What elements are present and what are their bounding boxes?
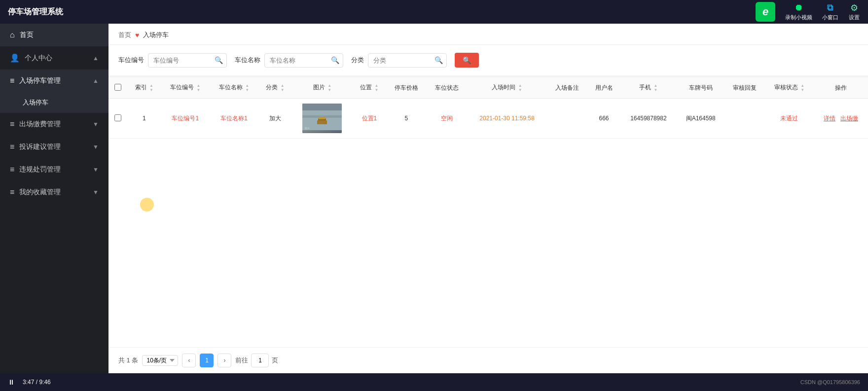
window-label: 小窗口 (822, 14, 838, 21)
settings-tool[interactable]: ⚙ 设置 (848, 3, 860, 21)
col-reply: 审核回复 (724, 77, 765, 99)
sidebar-checkout-label: 出场缴费管理 (19, 120, 61, 129)
sort-phone-icon[interactable]: ▲▼ (654, 83, 658, 92)
favorites-icon: ≡ (10, 188, 14, 197)
search-name-label: 车位名称 (235, 56, 260, 65)
top-bar: 停车场管理系统 e ⏺ 录制小视频 ⧉ 小窗口 ⚙ 设置 (0, 0, 868, 24)
main-layout: ⌂ 首页 👤 个人中心 ▲ ≡ 入场停车管理 ▲ 入场停车 ≡ 出场缴费管理 ▼… (0, 24, 868, 373)
sort-category-icon[interactable]: ▲▼ (281, 83, 285, 92)
col-category: 分类 ▲▼ (258, 77, 292, 99)
search-code-wrap: 🔍 (148, 53, 227, 68)
row-checkbox (108, 99, 127, 139)
sort-index-icon[interactable]: ▲▼ (149, 83, 153, 92)
row-status: 空闲 (427, 99, 467, 139)
sort-name-icon[interactable]: ▲▼ (245, 83, 249, 92)
search-category-wrap: 🔍 (368, 53, 447, 68)
settings-icon: ⚙ (848, 3, 860, 13)
sidebar-sub-parking-in[interactable]: 入场停车 (0, 92, 108, 113)
sidebar-item-parking-in[interactable]: ≡ 入场停车管理 ▲ (0, 70, 108, 92)
row-remarks (547, 99, 587, 139)
checkout-action[interactable]: 出场缴 (840, 115, 858, 122)
search-field-name: 车位名称 🔍 (235, 53, 343, 68)
col-index: 索引 ▲▼ (127, 77, 161, 99)
svg-rect-5 (319, 117, 326, 119)
sidebar-item-feedback[interactable]: ≡ 投诉建议管理 ▼ (0, 136, 108, 158)
col-entry-time: 入场时间 ▲▼ (467, 77, 547, 99)
breadcrumb: 首页 ♥ 入场停车 (108, 24, 868, 45)
breadcrumb-home[interactable]: 首页 (118, 31, 131, 39)
col-location: 位置 ▲▼ (353, 77, 386, 99)
row-actions: 详情 出场缴 (814, 99, 868, 139)
sort-code-icon[interactable]: ▲▼ (197, 83, 201, 92)
sort-location-icon[interactable]: ▲▼ (375, 83, 379, 92)
next-page-button[interactable]: › (217, 354, 231, 367)
row-image: 图片 (292, 99, 353, 139)
row-code: 车位编号1 (161, 99, 210, 139)
record-label: 录制小视频 (785, 14, 812, 21)
search-bar: 车位编号 🔍 车位名称 🔍 分类 🔍 � (108, 45, 868, 75)
sidebar-item-checkout[interactable]: ≡ 出场缴费管理 ▼ (0, 113, 108, 136)
row-reply (724, 99, 765, 139)
search-button[interactable]: 🔍 (455, 53, 479, 68)
table-row: 1 车位编号1 车位名称1 加大 (108, 99, 868, 139)
data-table: 索引 ▲▼ 车位编号 ▲▼ 车位名称 ▲▼ 分类 (108, 77, 868, 139)
violation-icon: ≡ (10, 165, 14, 174)
col-actions: 操作 (814, 77, 868, 99)
col-audit-status: 审核状态 ▲▼ (765, 77, 814, 99)
record-icon: ⏺ (793, 3, 805, 13)
e-logo: e (756, 2, 775, 22)
window-tool[interactable]: ⧉ 小窗口 (822, 3, 838, 21)
search-category-icon: 🔍 (434, 56, 443, 64)
goto-input[interactable] (251, 354, 269, 367)
row-username: 666 (587, 99, 620, 139)
svg-text:图片: 图片 (305, 127, 310, 130)
sidebar-item-profile[interactable]: 👤 个人中心 ▲ (0, 46, 108, 70)
row-entry-time: 2021-01-30 11:59:58 (467, 99, 547, 139)
sidebar: ⌂ 首页 👤 个人中心 ▲ ≡ 入场停车管理 ▲ 入场停车 ≡ 出场缴费管理 ▼… (0, 24, 108, 373)
sort-time-icon[interactable]: ▲▼ (518, 83, 522, 92)
sort-image-icon[interactable]: ▲▼ (327, 83, 331, 92)
col-checkbox (108, 77, 127, 99)
breadcrumb-current: 入场停车 (143, 31, 169, 39)
sort-audit-icon[interactable]: ▲▼ (800, 83, 804, 92)
sidebar-item-violation[interactable]: ≡ 违规处罚管理 ▼ (0, 158, 108, 181)
goto-prefix: 前往 (235, 356, 248, 365)
search-field-code: 车位编号 🔍 (118, 53, 227, 68)
pause-icon[interactable]: ⏸ (8, 378, 15, 386)
detail-action[interactable]: 详情 (824, 115, 835, 122)
row-plate: 闽A164598 (677, 99, 724, 139)
home-icon: ⌂ (10, 31, 15, 39)
chevron-up-icon: ▲ (93, 77, 99, 84)
sidebar-item-home[interactable]: ⌂ 首页 (0, 24, 108, 46)
prev-page-button[interactable]: ‹ (182, 354, 196, 367)
page-total: 共 1 条 (118, 356, 138, 365)
col-image: 图片 ▲▼ (292, 77, 353, 99)
chevron-down-icon-3: ▼ (93, 143, 99, 150)
page-1-button[interactable]: 1 (200, 354, 214, 367)
row-name: 车位名称1 (210, 99, 258, 139)
feedback-icon: ≡ (10, 142, 14, 151)
chevron-down-icon-2: ▼ (93, 121, 99, 128)
sidebar-item-favorites[interactable]: ≡ 我的收藏管理 ▼ (0, 181, 108, 204)
sidebar-home-label: 首页 (20, 31, 34, 39)
sidebar-violation-label: 违规处罚管理 (19, 165, 61, 174)
profile-icon: 👤 (10, 53, 20, 63)
select-all-checkbox[interactable] (114, 84, 121, 91)
chevron-down-icon: ▲ (93, 55, 99, 62)
search-name-icon: 🔍 (331, 56, 339, 64)
window-icon: ⧉ (825, 3, 836, 13)
search-code-icon: 🔍 (215, 56, 223, 64)
col-plate: 车牌号码 (677, 77, 724, 99)
row-location: 位置1 (353, 99, 386, 139)
col-price: 停车价格 (386, 77, 427, 99)
row-index: 1 (127, 99, 161, 139)
parking-in-icon: ≡ (10, 76, 14, 85)
checkout-icon: ≡ (10, 120, 14, 129)
page-size-select[interactable]: 10条/页 20条/页 50条/页 (142, 355, 178, 366)
bottom-bar: ⏸ 3:47 / 9:46 CSDN @Q01795806396 (0, 373, 868, 391)
row-select-checkbox[interactable] (114, 114, 121, 121)
record-tool[interactable]: ⏺ 录制小视频 (785, 3, 812, 21)
search-category-label: 分类 (351, 56, 364, 65)
sidebar-feedback-label: 投诉建议管理 (19, 142, 61, 151)
breadcrumb-separator: ♥ (135, 31, 139, 39)
